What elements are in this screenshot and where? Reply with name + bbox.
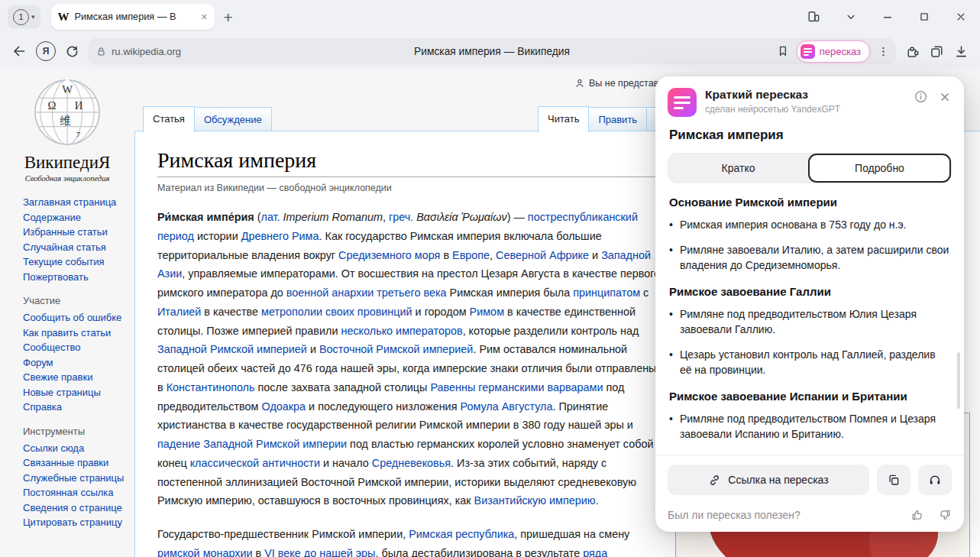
bookmark-icon[interactable] [776, 44, 790, 58]
wiki-link[interactable]: Римская республика [409, 528, 514, 540]
wikipedia-wordmark: ВикипедиЯ [0, 153, 134, 173]
wiki-link[interactable]: Одоакра [262, 400, 306, 413]
tab-read[interactable]: Читать [538, 106, 589, 132]
extensions-puzzle-icon[interactable] [904, 44, 920, 60]
sidebar-link[interactable]: Сведения о странице [23, 500, 130, 516]
panel-subtitle: сделан нейросетью YandexGPT [705, 104, 905, 115]
minimize-icon[interactable] [881, 10, 894, 24]
close-panel-icon[interactable] [938, 90, 952, 104]
wiki-link[interactable]: VI веке до нашей эры [264, 547, 375, 557]
sidebar-link[interactable]: Постоянная ссылка [23, 485, 130, 500]
sidebar-link[interactable]: Содержание [23, 210, 130, 225]
wiki-link[interactable]: Восточной Римской империей [319, 343, 473, 355]
wiki-link[interactable]: римской монархии [157, 547, 253, 557]
summary-bullet: •Цезарь установил контроль над Галлией, … [669, 347, 950, 377]
tab-detailed[interactable]: Подробно [808, 154, 951, 183]
copy-summary-button[interactable] [877, 465, 910, 495]
wiki-link[interactable]: Равенны [430, 381, 475, 393]
wiki-link[interactable]: классической античности [190, 457, 320, 469]
wikipedia-globe-logo[interactable]: W Ω И 维 7 [30, 73, 105, 148]
summary-link-button[interactable]: Ссылка на пересказ [668, 465, 869, 495]
text-run: истории [194, 230, 241, 242]
wiki-link[interactable]: несколько императоров [341, 325, 462, 337]
sidebar-link[interactable]: Справка [23, 400, 130, 415]
wiki-link[interactable]: лат. [261, 211, 280, 223]
text-run: , [383, 211, 389, 223]
maximize-icon[interactable] [917, 10, 931, 24]
wiki-link[interactable]: метрополии своих провинций [261, 306, 412, 318]
back-icon[interactable] [11, 43, 27, 60]
tab-brief[interactable]: Кратко [668, 154, 808, 183]
yandex-home-icon[interactable]: Я [36, 41, 56, 61]
sidebar-link[interactable]: Случайная статья [23, 240, 130, 255]
downloads-icon[interactable] [953, 44, 969, 60]
navigation-toolbar: Я ru.wikipedia.org Римская империя — Вик… [0, 34, 980, 69]
wiki-link[interactable]: Римом [470, 306, 504, 318]
wiki-link[interactable]: принципатом [573, 287, 640, 299]
wiki-link[interactable]: Европе [452, 249, 490, 261]
wiki-link[interactable]: Северной Африке [496, 249, 589, 261]
wiki-link[interactable]: Византийскую империю [474, 494, 596, 507]
summary-section-title: Римское завоевание Галлии [669, 285, 950, 298]
sidebar-link[interactable]: Как править статьи [23, 325, 130, 341]
sidebar-link[interactable]: Избранные статьи [23, 225, 130, 240]
text-run: Римская империя была [447, 287, 574, 299]
tab-edit[interactable]: Править [589, 107, 647, 132]
sidebar-link[interactable]: Цитировать страницу [23, 515, 130, 530]
wiki-link[interactable]: германскими варварами [478, 381, 603, 393]
connected-devices-icon[interactable] [806, 9, 821, 24]
info-icon[interactable] [914, 89, 928, 104]
refresh-icon[interactable] [64, 44, 79, 59]
thumbs-up-icon[interactable] [910, 508, 924, 522]
collections-icon[interactable] [929, 44, 945, 60]
sidebar-link[interactable]: Текущие события [23, 254, 130, 270]
wiki-link[interactable]: Италией [157, 306, 201, 318]
address-bar[interactable]: ru.wikipedia.org Римская империя — Викип… [88, 38, 896, 64]
wiki-link[interactable]: Западной Римской империей [157, 343, 307, 355]
wiki-link[interactable]: падение Западной Римской империи [157, 438, 347, 450]
panel-scrollbar[interactable] [957, 352, 960, 409]
text-run: в [440, 249, 452, 261]
wiki-link[interactable]: военной анархии третьего века [286, 287, 447, 299]
browser-chrome: 1 ▾ W Римская империя — В × + [0, 0, 980, 69]
sidebar-link[interactable]: Новые страницы [23, 385, 130, 400]
sidebar-group-title: Участие [23, 295, 130, 306]
thumbs-down-icon[interactable] [938, 508, 952, 522]
close-window-icon[interactable] [954, 10, 968, 24]
tab-article[interactable]: Статья [143, 106, 195, 132]
sidebar-link[interactable]: Связанные правки [23, 455, 130, 471]
wiki-link[interactable]: греч. [389, 211, 413, 223]
sidebar-links: Заглавная страница Содержание Избранные … [0, 183, 134, 530]
sidebar-link[interactable]: Ссылки сюда [23, 441, 130, 456]
new-tab-button[interactable]: + [224, 9, 233, 25]
sidebar-link[interactable]: Сообщить об ошибке [23, 310, 130, 325]
sidebar-link[interactable]: Пожертвовать [23, 270, 130, 285]
wiki-link[interactable]: Ромула Августула [460, 400, 552, 413]
summary-mode-toggle: Кратко Подробно [668, 153, 952, 183]
sidebar-link[interactable]: Свежие правки [23, 370, 130, 385]
summary-section-title: Основание Римской империи [669, 196, 950, 209]
tab-discussion[interactable]: Обсуждение [195, 107, 272, 132]
text-run: ( [254, 211, 261, 223]
wiki-link[interactable]: Константинополь [167, 381, 255, 393]
browser-tab[interactable]: W Римская империя — В × [51, 4, 215, 30]
summary-chip-button[interactable]: пересказ [797, 40, 870, 63]
wiki-link[interactable]: Древнего Рима [241, 230, 319, 242]
sidebar-link[interactable]: Форум [23, 355, 130, 371]
tab-counter-button[interactable]: 1 ▾ [8, 5, 40, 28]
sidebar-link[interactable]: Служебные страницы [23, 471, 130, 486]
tab-close-icon[interactable]: × [201, 11, 207, 23]
sidebar-link[interactable]: Заглавная страница [23, 195, 130, 210]
chevron-down-icon[interactable] [844, 10, 858, 24]
listen-summary-button[interactable] [918, 465, 952, 495]
summary-footer: Ссылка на пересказ Был ли пересказ полез… [655, 455, 964, 532]
chevron-down-icon: ▾ [31, 13, 35, 21]
menu-dots-icon[interactable] [877, 45, 890, 58]
sidebar-link[interactable]: Сообщество [23, 340, 130, 355]
wiki-link[interactable]: Средневековья [372, 457, 451, 469]
text-run: с [640, 287, 648, 299]
wiki-link[interactable]: Средиземного моря [338, 249, 440, 261]
text-run: и последующего низложения [306, 400, 460, 413]
summary-content[interactable]: Основание Римской империи •Римская импер… [655, 185, 964, 455]
summary-panel: Краткий пересказ сделан нейросетью Yande… [655, 76, 964, 532]
